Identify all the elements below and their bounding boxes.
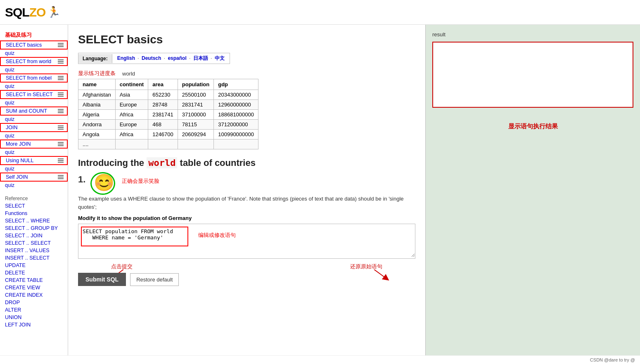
annotation-emoji: 正确会显示笑脸 xyxy=(122,177,159,185)
table-cell: Afghanistan xyxy=(78,90,116,100)
submit-sql-button[interactable]: Submit SQL xyxy=(78,273,126,286)
lang-english[interactable]: English xyxy=(117,55,135,61)
sidebar-ref-create-index[interactable]: CREATE INDEX xyxy=(0,291,68,299)
table-cell: 2831741 xyxy=(178,100,213,110)
table-row: AndorraEurope468781153712000000 xyxy=(78,120,258,130)
sidebar-item-sum-count[interactable]: SUM and COUNT xyxy=(0,106,68,116)
sidebar-item-more-join[interactable]: More JOIN xyxy=(0,139,68,149)
lang-deutsch[interactable]: Deutsch xyxy=(142,55,161,61)
sidebar-ref-select-join[interactable]: SELECT .. JOIN xyxy=(0,232,68,239)
table-section-header: 显示练习进度条 world xyxy=(78,70,415,77)
bars-icon-9 xyxy=(58,175,64,179)
sidebar-ref-delete[interactable]: DELETE xyxy=(0,269,68,277)
question-row-1: 1. 😊 正确会显示笑脸 xyxy=(78,174,415,191)
page-title: SELECT basics xyxy=(78,33,415,46)
world-table: name continent area population gdp Afgha… xyxy=(78,79,258,149)
sidebar-item-label: JOIN xyxy=(6,125,17,130)
show-progress-link[interactable]: 显示练习进度条 xyxy=(78,70,116,77)
table-cell: Algeria xyxy=(78,110,116,120)
table-cell: Albania xyxy=(78,100,116,110)
sidebar-ref-alter[interactable]: ALTER xyxy=(0,306,68,314)
main-layout: 基础及练习 SELECT basics quiz SELECT from wor… xyxy=(0,25,640,355)
language-bar: Language: English · Deutsch · español · … xyxy=(78,53,230,64)
bars-icon-3 xyxy=(58,76,64,80)
table-row: AngolaAfrica124670020609294100990000000 xyxy=(78,130,258,139)
sidebar-item-join[interactable]: JOIN xyxy=(0,123,68,132)
table-cell: 1246700 xyxy=(148,130,178,139)
sidebar-ref-create-table[interactable]: CREATE TABLE xyxy=(0,277,68,284)
sidebar-item-select-world[interactable]: SELECT from world xyxy=(0,57,68,66)
bars-icon-4 xyxy=(58,92,64,97)
footer-text: CSDN @dare to try @ xyxy=(590,357,635,362)
sidebar-item-quiz-7[interactable]: quiz xyxy=(0,149,68,156)
table-cell xyxy=(214,139,258,149)
sidebar-item-quiz-9[interactable]: quiz xyxy=(0,182,68,189)
sidebar-ref-select-group-by[interactable]: SELECT .. GROUP BY xyxy=(0,225,68,232)
result-display-label: 显示语句执行结果 xyxy=(432,123,633,130)
col-population: population xyxy=(178,79,213,90)
sidebar-ref-header: Reference xyxy=(0,193,68,202)
sidebar-item-label: SELECT in SELECT xyxy=(6,92,53,97)
annotation-edit: 编辑或修改语句 xyxy=(198,232,236,239)
sidebar-item-select-in-select[interactable]: SELECT in SELECT xyxy=(0,90,68,99)
sql-editor-container: SELECT population FROM world WHERE name … xyxy=(78,224,415,259)
sidebar-ref-create-view[interactable]: CREATE VIEW xyxy=(0,284,68,291)
lang-japanese[interactable]: 日本語 xyxy=(193,55,208,61)
logo-zo: ZO xyxy=(29,5,46,19)
sidebar-ref-update[interactable]: UPDATE xyxy=(0,262,68,269)
sidebar-ref-select[interactable]: SELECT xyxy=(0,202,68,210)
table-cell: 12960000000 xyxy=(214,100,258,110)
sidebar-ref-insert-select[interactable]: INSERT .. SELECT xyxy=(0,254,68,262)
table-cell xyxy=(148,139,178,149)
sidebar-item-label: SELECT from world xyxy=(6,59,51,64)
sidebar-item-quiz-2[interactable]: quiz xyxy=(0,66,68,73)
sidebar-item-quiz-8[interactable]: quiz xyxy=(0,165,68,173)
db-name: world xyxy=(122,71,135,77)
sidebar-ref-insert-values[interactable]: INSERT .. VALUES xyxy=(0,247,68,254)
table-row: .... xyxy=(78,139,258,149)
editor-wrap: SELECT population FROM world WHERE name … xyxy=(78,224,415,259)
table-cell: Africa xyxy=(115,110,148,120)
sidebar-item-label: SELECT from nobel xyxy=(6,75,52,81)
language-label: Language: xyxy=(78,54,112,63)
table-cell xyxy=(178,139,213,149)
table-cell: Europe xyxy=(115,100,148,110)
table-cell: 652230 xyxy=(148,90,178,100)
sidebar-item-using-null[interactable]: Using NULL xyxy=(0,156,68,165)
sidebar-item-label: Self JOIN xyxy=(6,174,28,180)
restore-default-button[interactable]: Restore default xyxy=(130,273,179,286)
sidebar-ref-left-join[interactable]: LEFT JOIN xyxy=(0,321,68,329)
sidebar-ref-union[interactable]: UNION xyxy=(0,314,68,321)
sidebar-ref-drop[interactable]: DROP xyxy=(0,299,68,306)
sidebar-item-label: SELECT basics xyxy=(6,42,42,48)
emoji-face: 😊 xyxy=(94,173,114,191)
table-cell: 100990000000 xyxy=(214,130,258,139)
lang-chinese[interactable]: 中文 xyxy=(215,55,225,61)
sidebar-item-quiz-6[interactable]: quiz xyxy=(0,132,68,139)
sidebar-ref-functions[interactable]: Functions xyxy=(0,210,68,217)
bars-icon-2 xyxy=(58,59,64,64)
sidebar-item-quiz-1[interactable]: quiz xyxy=(0,50,68,57)
table-cell: 25500100 xyxy=(178,90,213,100)
table-cell: 78115 xyxy=(178,120,213,130)
sidebar-item-label: SUM and COUNT xyxy=(6,108,47,114)
sidebar-item-quiz-5[interactable]: quiz xyxy=(0,116,68,123)
sidebar-ref-select-select[interactable]: SELECT .. SELECT xyxy=(0,239,68,247)
table-cell: Andorra xyxy=(78,120,116,130)
sql-editor[interactable]: SELECT population FROM world WHERE name … xyxy=(78,224,415,257)
sidebar-item-label: More JOIN xyxy=(6,141,31,147)
table-cell: 188681000000 xyxy=(214,110,258,120)
lang-espanol[interactable]: español xyxy=(168,55,186,61)
sidebar-item-select-basics[interactable]: SELECT basics xyxy=(0,40,68,50)
table-cell: 3712000000 xyxy=(214,120,258,130)
sidebar-item-label: Using NULL xyxy=(6,158,33,163)
sidebar-item-quiz-3[interactable]: quiz xyxy=(0,83,68,90)
result-label: result xyxy=(432,31,633,38)
col-area: area xyxy=(148,79,178,90)
sidebar-item-quiz-4[interactable]: quiz xyxy=(0,99,68,106)
sidebar-item-self-join[interactable]: Self JOIN xyxy=(0,173,68,182)
sidebar-item-select-nobel[interactable]: SELECT from nobel xyxy=(0,73,68,83)
intro-title: Introducing the world table of countries xyxy=(78,158,415,168)
sidebar-ref-select-where[interactable]: SELECT .. WHERE xyxy=(0,217,68,225)
table-cell: Angola xyxy=(78,130,116,139)
